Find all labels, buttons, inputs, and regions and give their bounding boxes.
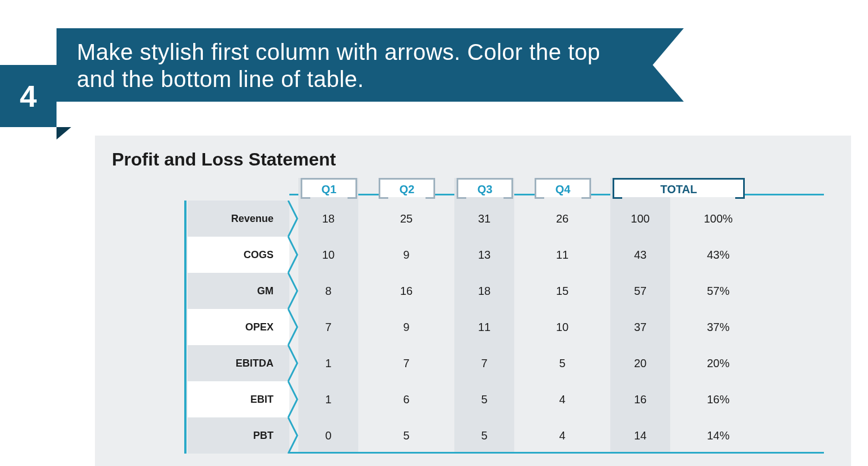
cell-q1: 7 [289,309,367,345]
table-row: GM 8 16 18 15 57 57% [188,273,824,309]
header-q1: Q1 [301,178,357,197]
row-label-text: OPEX [245,321,274,333]
table-row: EBITDA 1 7 7 5 20 20% [188,345,824,381]
table-body: Revenue 18 25 31 26 100 100% COGS 10 9 1… [188,201,824,454]
row-label: EBITDA [188,345,289,381]
cell-pct: 37% [679,309,757,345]
cell-pct: 20% [679,345,757,381]
panel-title: Profit and Loss Statement [112,149,824,170]
row-label: GM [188,273,289,309]
cell-q4: 4 [523,381,601,417]
cell-q2: 5 [367,417,445,454]
pl-table: Q1 Q2 Q3 Q4 TOTAL Revenue 18 25 31 26 10… [188,178,824,454]
step-number: 4 [20,79,37,114]
step-title-ribbon: Make stylish first column with arrows. C… [57,28,684,102]
cell-q4: 26 [523,201,601,237]
table-header: Q1 Q2 Q3 Q4 TOTAL [289,178,824,201]
cell-q1: 1 [289,345,367,381]
cell-q3: 11 [445,309,523,345]
table-bottom-line [289,452,824,454]
cell-q3: 18 [445,273,523,309]
header-total: TOTAL [613,178,745,197]
cell-total: 16 [601,381,679,417]
cell-q4: 15 [523,273,601,309]
cell-q2: 6 [367,381,445,417]
cell-q3: 7 [445,345,523,381]
row-label-text: EBITDA [236,358,274,369]
row-left-bar [184,381,186,417]
row-label: PBT [188,417,289,454]
table-row: COGS 10 9 13 11 43 43% [188,237,824,273]
row-label: EBIT [188,381,289,417]
cell-pct: 16% [679,381,757,417]
cell-pct: 43% [679,237,757,273]
row-left-bar [184,309,186,345]
cell-q4: 10 [523,309,601,345]
cell-q4: 4 [523,417,601,454]
row-left-bar [184,417,186,454]
table-row: Revenue 18 25 31 26 100 100% [188,201,824,237]
row-label: OPEX [188,309,289,345]
table-row: OPEX 7 9 11 10 37 37% [188,309,824,345]
table-row: EBIT 1 6 5 4 16 16% [188,381,824,417]
cell-q2: 16 [367,273,445,309]
cell-q1: 10 [289,237,367,273]
step-number-badge: 4 [0,65,57,127]
content-panel: Profit and Loss Statement Q1 Q2 Q3 Q4 TO… [95,136,851,466]
row-label-text: EBIT [250,394,274,406]
cell-q2: 9 [367,237,445,273]
cell-total: 20 [601,345,679,381]
table-row: PBT 0 5 5 4 14 14% [188,417,824,454]
row-left-bar [184,273,186,309]
cell-q4: 11 [523,237,601,273]
cell-total: 37 [601,309,679,345]
cell-q3: 5 [445,381,523,417]
row-left-bar [184,201,186,237]
cell-q2: 9 [367,309,445,345]
cell-q1: 0 [289,417,367,454]
cell-q3: 13 [445,237,523,273]
cell-q1: 18 [289,201,367,237]
cell-q2: 25 [367,201,445,237]
step-title: Make stylish first column with arrows. C… [77,40,600,92]
cell-q3: 5 [445,417,523,454]
cell-q3: 31 [445,201,523,237]
header-q2: Q2 [379,178,435,197]
header-q4: Q4 [535,178,591,197]
cell-pct: 14% [679,417,757,454]
cell-q1: 8 [289,273,367,309]
row-left-bar [184,345,186,381]
row-label: COGS [188,237,289,273]
row-label-text: COGS [244,249,274,261]
cell-q4: 5 [523,345,601,381]
row-label: Revenue [188,201,289,237]
row-label-text: GM [257,285,274,297]
row-left-bar [184,237,186,273]
cell-q1: 1 [289,381,367,417]
cell-pct: 57% [679,273,757,309]
cell-total: 57 [601,273,679,309]
cell-q2: 7 [367,345,445,381]
row-label-text: Revenue [231,213,274,225]
header-q3: Q3 [457,178,513,197]
cell-total: 100 [601,201,679,237]
cell-total: 43 [601,237,679,273]
cell-total: 14 [601,417,679,454]
row-label-text: PBT [253,430,274,442]
cell-pct: 100% [679,201,757,237]
